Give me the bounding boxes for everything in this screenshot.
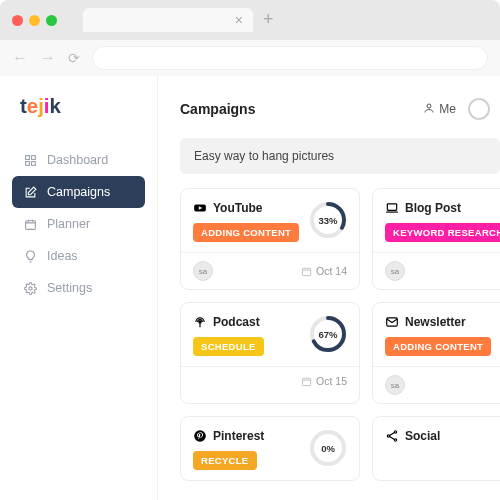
- due-date: Oct 15: [301, 375, 347, 387]
- svg-rect-5: [26, 220, 36, 229]
- card-title: Social: [405, 429, 440, 443]
- assignee-avatar[interactable]: sa: [193, 261, 213, 281]
- logo: tejik: [12, 94, 145, 144]
- share-icon: [385, 429, 399, 443]
- svg-point-23: [394, 439, 396, 441]
- search-icon[interactable]: [468, 98, 490, 120]
- card-footer: sa: [373, 252, 500, 289]
- svg-rect-4: [32, 161, 36, 165]
- svg-rect-3: [26, 161, 30, 165]
- progress-ring: 67%: [309, 315, 347, 353]
- laptop-icon: [385, 201, 399, 215]
- card-title: Newsletter: [405, 315, 466, 329]
- progress-label: 0%: [309, 429, 347, 467]
- svg-point-6: [29, 286, 32, 289]
- grid-icon: [24, 154, 37, 167]
- sidebar-item-label: Ideas: [47, 249, 78, 263]
- card-footer: Oct 15: [181, 366, 359, 395]
- bulb-icon: [24, 250, 37, 263]
- campaign-title: Easy way to hang pictures: [194, 149, 334, 163]
- tab-close-icon[interactable]: ×: [235, 12, 243, 28]
- status-pill: ADDING CONTENT: [385, 337, 491, 356]
- svg-rect-16: [302, 378, 310, 385]
- sidebar: tejik Dashboard Campaigns Planner: [0, 76, 158, 500]
- svg-text:tejik: tejik: [20, 95, 62, 117]
- sidebar-item-settings[interactable]: Settings: [12, 272, 145, 304]
- svg-point-22: [387, 435, 389, 437]
- sidebar-item-label: Settings: [47, 281, 92, 295]
- assignee-avatar[interactable]: sa: [385, 261, 405, 281]
- window-close-dot[interactable]: [12, 15, 23, 26]
- main-content: Campaigns Me Easy way to hang pictures Y…: [158, 76, 500, 500]
- pinterest-icon: [193, 429, 207, 443]
- progress-label: 67%: [309, 315, 347, 353]
- card-footer: sa: [373, 366, 500, 403]
- assignee-avatar[interactable]: sa: [385, 375, 405, 395]
- browser-chrome: × + ← → ⟳: [0, 0, 500, 76]
- window-titlebar: × +: [0, 0, 500, 40]
- window-maximize-dot[interactable]: [46, 15, 57, 26]
- svg-rect-11: [302, 268, 310, 275]
- person-icon: [423, 102, 435, 117]
- address-bar[interactable]: [92, 46, 488, 70]
- due-date: Oct 14: [301, 265, 347, 277]
- progress-ring: 33%: [309, 201, 347, 239]
- status-pill: KEYWORD RESEARCH: [385, 223, 500, 242]
- sidebar-item-campaigns[interactable]: Campaigns: [12, 176, 145, 208]
- page-title: Campaigns: [180, 101, 255, 117]
- user-filter-label: Me: [439, 102, 456, 116]
- svg-point-7: [427, 104, 431, 108]
- new-tab-button[interactable]: +: [263, 9, 274, 32]
- campaign-card[interactable]: Social: [372, 416, 500, 481]
- svg-point-21: [394, 431, 396, 433]
- svg-rect-12: [387, 204, 396, 210]
- sidebar-item-label: Planner: [47, 217, 90, 231]
- youtube-icon: [193, 201, 207, 215]
- page-header: Campaigns Me: [180, 98, 500, 120]
- card-footer: saOct 14: [181, 252, 359, 289]
- user-filter-chip[interactable]: Me: [423, 102, 456, 117]
- campaign-card[interactable]: Newsletter ADDING CONTENTsa: [372, 302, 500, 404]
- campaign-title-bar[interactable]: Easy way to hang pictures: [180, 138, 500, 174]
- card-title: Pinterest: [213, 429, 264, 443]
- status-pill: SCHEDULE: [193, 337, 264, 356]
- sidebar-item-planner[interactable]: Planner: [12, 208, 145, 240]
- back-button[interactable]: ←: [12, 49, 28, 67]
- window-minimize-dot[interactable]: [29, 15, 40, 26]
- app-root: tejik Dashboard Campaigns Planner: [0, 76, 500, 500]
- sidebar-item-ideas[interactable]: Ideas: [12, 240, 145, 272]
- card-title: YouTube: [213, 201, 263, 215]
- status-pill: RECYCLE: [193, 451, 257, 470]
- svg-rect-2: [32, 155, 36, 159]
- edit-icon: [24, 186, 37, 199]
- campaign-card[interactable]: Pinterest RECYCLE 0%: [180, 416, 360, 481]
- mail-icon: [385, 315, 399, 329]
- campaign-card[interactable]: Podcast SCHEDULE 67% Oct 15: [180, 302, 360, 404]
- browser-tab[interactable]: ×: [83, 8, 253, 32]
- browser-toolbar: ← → ⟳: [0, 40, 500, 76]
- card-title: Podcast: [213, 315, 260, 329]
- status-pill: ADDING CONTENT: [193, 223, 299, 242]
- sidebar-item-label: Dashboard: [47, 153, 108, 167]
- campaign-card[interactable]: YouTube ADDING CONTENT 33% saOct 14: [180, 188, 360, 290]
- progress-ring: 0%: [309, 429, 347, 467]
- gear-icon: [24, 282, 37, 295]
- sidebar-item-dashboard[interactable]: Dashboard: [12, 144, 145, 176]
- card-title: Blog Post: [405, 201, 461, 215]
- svg-rect-1: [26, 155, 30, 159]
- cards-grid: YouTube ADDING CONTENT 33% saOct 14 Blog…: [180, 188, 500, 481]
- svg-point-13: [199, 321, 201, 323]
- calendar-icon: [24, 218, 37, 231]
- campaign-card[interactable]: Blog Post KEYWORD RESEARCHsa: [372, 188, 500, 290]
- podcast-icon: [193, 315, 207, 329]
- progress-label: 33%: [309, 201, 347, 239]
- forward-button[interactable]: →: [40, 49, 56, 67]
- reload-button[interactable]: ⟳: [68, 50, 80, 66]
- sidebar-item-label: Campaigns: [47, 185, 110, 199]
